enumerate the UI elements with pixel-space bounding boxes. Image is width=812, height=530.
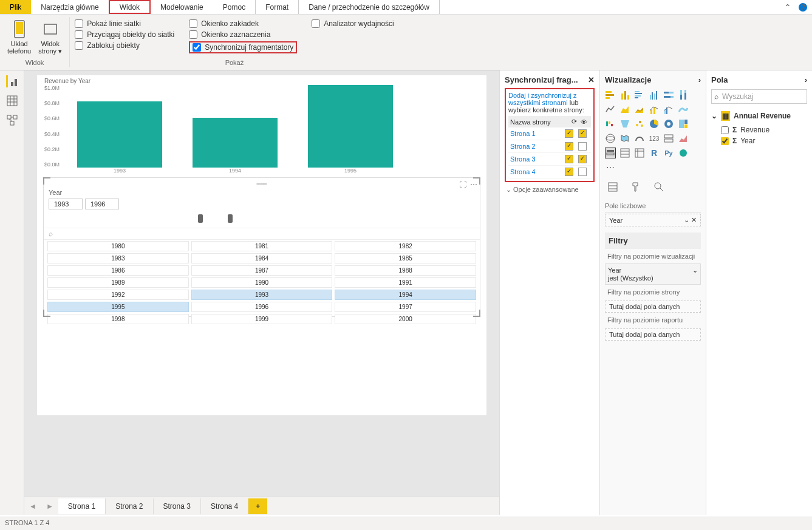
format-tool-icon[interactable] <box>630 182 641 192</box>
viz-stacked-column-icon[interactable] <box>619 89 630 100</box>
viz-gauge-icon[interactable] <box>634 133 645 144</box>
viz-stacked-bar-icon[interactable] <box>605 89 616 100</box>
add-page-button[interactable]: + <box>248 498 267 514</box>
fields-tool-icon[interactable] <box>607 182 618 192</box>
year-cell[interactable]: 1997 <box>335 302 476 312</box>
year-cell[interactable]: 1989 <box>47 277 189 288</box>
viz-donut-icon[interactable] <box>663 118 674 129</box>
report-canvas[interactable]: Revenue by Year $1.0M$0.8M$0.6M$0.4M$0.2… <box>37 75 486 415</box>
slicer-to-value[interactable]: 1996 <box>85 199 119 209</box>
viz-funnel-icon[interactable] <box>619 118 630 129</box>
focus-mode-icon[interactable]: ⛶ <box>459 180 466 189</box>
viz-line-clustered-icon[interactable] <box>663 104 674 115</box>
page-view-button[interactable]: Widok strony ▾ <box>36 17 64 57</box>
sync-checkbox[interactable] <box>565 168 573 176</box>
sync-row[interactable]: Strona 2 <box>508 140 591 153</box>
viz-clustered-bar-icon[interactable] <box>634 89 645 100</box>
year-cell[interactable]: 1995 <box>47 302 189 312</box>
remove-field-icon[interactable]: ✕ <box>691 216 697 223</box>
year-cell[interactable]: 1998 <box>47 314 189 324</box>
year-cell[interactable]: 1993 <box>191 290 333 300</box>
slicer-visual[interactable]: ═══ ⛶ ⋯ Year 1993 1996 ⌕ 198019811982198… <box>43 177 480 317</box>
range-thumb-end[interactable] <box>228 214 233 223</box>
close-pane-icon[interactable]: ✕ <box>588 75 595 84</box>
chevron-right-icon[interactable]: › <box>805 75 807 84</box>
tab-format[interactable]: Format <box>255 0 298 14</box>
viz-map-icon[interactable] <box>605 133 616 144</box>
viz-stacked-area-icon[interactable] <box>634 104 645 115</box>
viz-custom-icon[interactable]: ⋯ <box>605 162 616 173</box>
chevron-up-icon[interactable]: ⌃ <box>784 2 791 12</box>
year-cell[interactable]: 1990 <box>191 277 333 288</box>
viz-line-column-icon[interactable] <box>649 104 660 115</box>
resize-handle-br[interactable] <box>473 310 480 317</box>
viz-table-icon[interactable] <box>619 148 630 158</box>
cb-selection[interactable]: Okienko zaznaczenia <box>189 30 297 39</box>
year-cell[interactable]: 1992 <box>47 290 189 300</box>
page-tab[interactable]: Strona 1 <box>58 498 106 514</box>
tab-data-drill[interactable]: Dane / przechodzenie do szczegółów <box>298 0 440 14</box>
model-view-icon[interactable] <box>6 114 18 126</box>
sync-row[interactable]: Strona 4 <box>508 166 591 178</box>
field-item[interactable]: Σ Revenue <box>711 124 807 135</box>
viz-matrix-icon[interactable] <box>634 148 645 158</box>
phone-layout-button[interactable]: Układ telefonu <box>5 17 33 57</box>
visible-checkbox[interactable] <box>578 129 587 138</box>
filter-card-year[interactable]: Year⌄ jest (Wszystko) <box>605 263 701 285</box>
sync-row[interactable]: Strona 3 <box>508 153 591 166</box>
tab-view[interactable]: Widok <box>109 0 151 14</box>
page-tab[interactable]: Strona 2 <box>106 498 153 514</box>
year-cell[interactable]: 1980 <box>47 241 189 251</box>
visible-checkbox[interactable] <box>578 142 587 151</box>
page-next-icon[interactable]: ► <box>41 502 58 511</box>
tab-help[interactable]: Pomoc <box>213 0 255 14</box>
sync-row[interactable]: Strona 1 <box>508 127 591 140</box>
field-table[interactable]: ⌄▦Annual Revenue <box>711 110 807 122</box>
viz-kpi-icon[interactable] <box>678 133 689 144</box>
sync-all-link[interactable]: Dodaj i zsynchronizuj z wszystkimi stron… <box>508 92 577 106</box>
viz-arcgis-icon[interactable] <box>678 148 689 158</box>
year-cell[interactable]: 1981 <box>191 241 333 251</box>
tab-home[interactable]: Narzędzia główne <box>31 0 108 14</box>
viz-waterfall-icon[interactable] <box>605 118 616 129</box>
tab-file[interactable]: Plik <box>0 0 31 14</box>
viz-slicer-icon[interactable] <box>605 148 616 158</box>
year-cell[interactable]: 1982 <box>335 241 476 251</box>
year-cell[interactable]: 1984 <box>191 253 333 263</box>
analytics-tool-icon[interactable] <box>653 182 664 192</box>
viz-100-bar-icon[interactable] <box>663 89 674 100</box>
slicer-from-value[interactable]: 1993 <box>49 199 83 209</box>
viz-multi-card-icon[interactable] <box>663 133 674 144</box>
filter-drop-page[interactable]: Tutaj dodaj pola danych <box>605 301 701 313</box>
viz-ribbon-icon[interactable] <box>678 104 689 115</box>
canvas-area[interactable]: Revenue by Year $1.0M$0.8M$0.6M$0.4M$0.2… <box>24 70 499 515</box>
page-tab[interactable]: Strona 4 <box>201 498 248 514</box>
visible-checkbox[interactable] <box>578 155 587 163</box>
year-cell[interactable]: 1999 <box>191 314 333 324</box>
help-icon[interactable]: ? <box>799 3 807 12</box>
range-thumb-start[interactable] <box>198 214 203 223</box>
year-cell[interactable]: 1994 <box>335 290 476 300</box>
tab-modeling[interactable]: Modelowanie <box>151 0 213 14</box>
field-drop-year[interactable]: Year⌄ ✕ <box>605 214 701 226</box>
fields-search[interactable]: ⌕Wyszukaj <box>711 89 807 104</box>
range-slider[interactable] <box>50 213 474 225</box>
year-cell[interactable]: 1996 <box>191 302 333 312</box>
viz-scatter-icon[interactable] <box>634 118 645 129</box>
viz-filled-map-icon[interactable] <box>619 133 630 144</box>
filter-drop-report[interactable]: Tutaj dodaj pola danych <box>605 328 701 341</box>
viz-pie-icon[interactable] <box>649 118 660 129</box>
page-tab[interactable]: Strona 3 <box>154 498 201 514</box>
year-cell[interactable]: 1983 <box>47 253 189 263</box>
cb-lock[interactable]: Zablokuj obiekty <box>75 41 174 50</box>
chevron-right-icon[interactable]: › <box>698 75 701 84</box>
viz-100-column-icon[interactable] <box>678 89 689 100</box>
cb-bookmarks[interactable]: Okienko zakładek <box>189 19 297 28</box>
year-cell[interactable]: 1987 <box>191 265 333 276</box>
year-cell[interactable]: 1988 <box>335 265 476 276</box>
sync-checkbox[interactable] <box>565 142 573 151</box>
more-options-icon[interactable]: ⋯ <box>470 180 477 189</box>
viz-area-icon[interactable] <box>619 104 630 115</box>
cb-snap[interactable]: Przyciągaj obiekty do siatki <box>75 30 174 39</box>
year-cell[interactable]: 1985 <box>335 253 476 263</box>
